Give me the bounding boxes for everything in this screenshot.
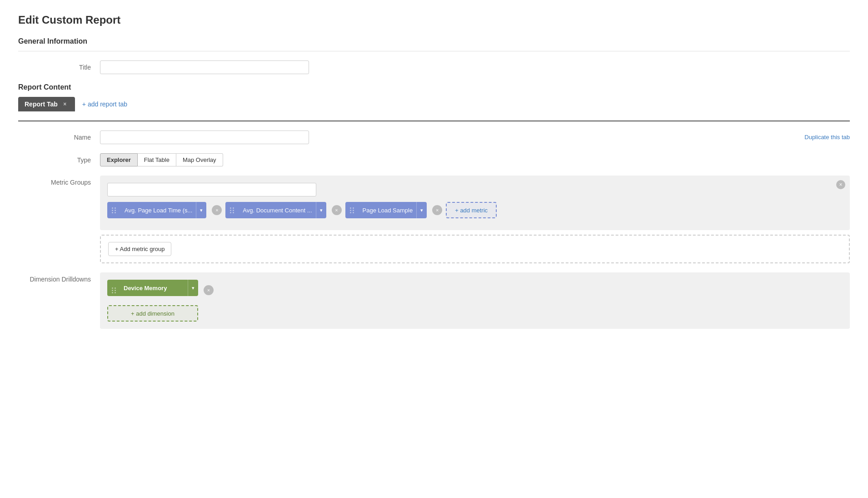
dimension-chip-label-0: Device Memory [121, 285, 188, 292]
type-map-overlay-button[interactable]: Map Overlay [176, 153, 223, 166]
tab-name-label: Name [18, 131, 100, 141]
add-report-tab-button[interactable]: + add report tab [82, 101, 127, 108]
metric-group-close-icon: × [839, 181, 842, 188]
report-tab-close-icon[interactable]: × [61, 101, 69, 108]
type-control: Explorer Flat Table Map Overlay [100, 153, 850, 166]
dimension-drilldowns-label: Dimension Drilldowns [18, 272, 100, 283]
metric-group-close-button[interactable]: × [836, 180, 845, 189]
metric-chip-close-0[interactable]: × [212, 205, 222, 215]
metric-group-name-input[interactable]: Metric Group [107, 183, 316, 196]
report-tab[interactable]: Report Tab × [18, 97, 75, 111]
title-row: Title Load Times by Device Memory [18, 60, 850, 74]
report-content-section: Report Content Report Tab × + add report… [18, 83, 850, 329]
metric-drag-handle-2 [345, 207, 359, 213]
dimension-chip-close-0[interactable]: × [204, 285, 214, 295]
type-flat-table-button[interactable]: Flat Table [138, 153, 176, 166]
general-divider [18, 51, 850, 51]
tab-content: Name Report Tab Duplicate this tab Type … [18, 121, 850, 329]
dimension-chip-dropdown-0[interactable]: ▾ [188, 280, 198, 296]
metric-drag-handle-1 [225, 207, 239, 213]
title-control: Load Times by Device Memory [100, 60, 850, 74]
duplicate-tab-link[interactable]: Duplicate this tab [804, 131, 850, 141]
dimension-drag-handle-0 [107, 283, 121, 293]
dimension-area: Device Memory ▾ × + add dimension [100, 272, 850, 329]
metric-chip-close-2[interactable]: × [432, 205, 442, 215]
add-dimension-button[interactable]: + add dimension [107, 305, 198, 322]
tab-name-row: Name Report Tab Duplicate this tab [18, 131, 850, 144]
metric-chip-2: Page Load Sample ▾ [345, 202, 427, 218]
title-label: Title [18, 60, 100, 71]
type-explorer-button[interactable]: Explorer [100, 153, 138, 166]
metric-drag-handle-0 [107, 207, 121, 213]
metric-chip-label-1: Avg. Document Content ... [239, 207, 315, 214]
tab-name-control: Report Tab [100, 131, 804, 144]
dimension-chip-row: Device Memory ▾ × [107, 280, 843, 301]
metric-groups-row: Metric Groups × Metric Group [18, 176, 850, 263]
dimension-chip-0: Device Memory ▾ [107, 280, 198, 296]
general-information-heading: General Information [18, 37, 850, 45]
add-metric-button[interactable]: + add metric [446, 202, 497, 218]
tab-bar: Report Tab × + add report tab [18, 97, 850, 111]
report-tab-label: Report Tab [25, 101, 58, 108]
title-input[interactable]: Load Times by Device Memory [100, 60, 309, 74]
add-metric-group-area: + Add metric group [100, 235, 850, 263]
dimension-drilldowns-control: Device Memory ▾ × + add dimension [100, 272, 850, 329]
type-label: Type [18, 153, 100, 164]
metric-groups-label: Metric Groups [18, 176, 100, 186]
metric-groups-control: × Metric Group [100, 176, 850, 263]
metric-chip-close-1[interactable]: × [332, 205, 342, 215]
tab-name-input[interactable]: Report Tab [100, 131, 309, 144]
page-title: Edit Custom Report [18, 14, 850, 26]
metric-chip-dropdown-2[interactable]: ▾ [416, 202, 427, 218]
type-row: Type Explorer Flat Table Map Overlay [18, 153, 850, 166]
metric-chip-0: Avg. Page Load Time (s... ▾ [107, 202, 206, 218]
metric-chip-1: Avg. Document Content ... ▾ [225, 202, 326, 218]
report-content-heading: Report Content [18, 83, 850, 91]
type-button-group: Explorer Flat Table Map Overlay [100, 153, 850, 166]
metric-chip-dropdown-1[interactable]: ▾ [316, 202, 326, 218]
metric-chip-dropdown-0[interactable]: ▾ [196, 202, 206, 218]
metric-chip-label-0: Avg. Page Load Time (s... [121, 207, 196, 214]
add-metric-group-button[interactable]: + Add metric group [108, 242, 171, 256]
metrics-row: Avg. Page Load Time (s... ▾ × [107, 202, 843, 218]
metric-chip-label-2: Page Load Sample [359, 207, 417, 214]
metric-group-area: × Metric Group [100, 176, 850, 230]
dimension-drilldowns-row: Dimension Drilldowns [18, 272, 850, 329]
